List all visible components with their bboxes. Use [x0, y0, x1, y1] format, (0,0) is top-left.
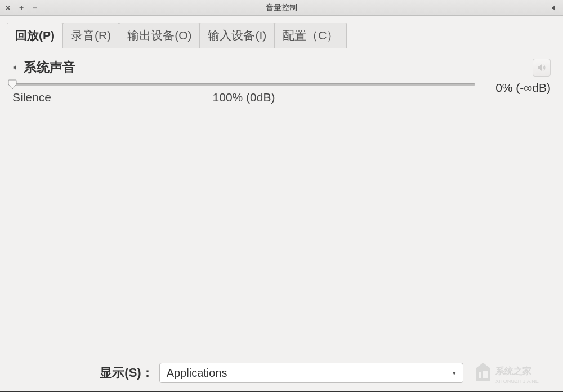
- slider-center-label: 100% (0dB): [213, 91, 275, 104]
- show-label: 显示(S)：: [100, 364, 153, 381]
- tab-recording[interactable]: 录音(R): [62, 23, 119, 48]
- dropdown-value: Applications: [167, 367, 227, 380]
- slider-thumb[interactable]: [7, 79, 17, 90]
- tab-input-devices[interactable]: 输入设备(I): [199, 23, 275, 48]
- content-area: 系统声音 Silence 100% (0dB): [0, 48, 563, 358]
- stream-row: 系统声音 Silence 100% (0dB): [12, 59, 551, 105]
- stream-title-row: 系统声音: [12, 59, 475, 76]
- mute-button[interactable]: [533, 59, 551, 77]
- speaker-mute-icon: [537, 63, 547, 73]
- stream-name: 系统声音: [24, 59, 75, 76]
- window-controls: × + −: [3, 3, 39, 12]
- titlebar[interactable]: × + − 音量控制: [0, 0, 563, 16]
- stream-right: 0% (-∞dB): [483, 59, 551, 95]
- window-title: 音量控制: [266, 3, 297, 13]
- speaker-icon: [551, 3, 560, 12]
- chevron-down-icon: ▼: [452, 370, 457, 376]
- minimize-button[interactable]: −: [30, 3, 39, 12]
- volume-control-window: × + − 音量控制 回放(P) 录音(R) 输出设备(O) 输入设备(I) 配…: [0, 0, 563, 392]
- slider-min-label: Silence: [12, 91, 51, 104]
- close-button[interactable]: ×: [3, 3, 12, 12]
- volume-slider[interactable]: [12, 79, 475, 88]
- volume-readout: 0% (-∞dB): [495, 81, 551, 95]
- slider-track: [12, 83, 475, 86]
- tab-configuration[interactable]: 配置（C）: [274, 23, 347, 48]
- maximize-button[interactable]: +: [17, 3, 26, 12]
- tab-playback[interactable]: 回放(P): [7, 23, 63, 48]
- show-dropdown[interactable]: Applications ▼: [159, 363, 463, 383]
- speaker-icon: [12, 64, 20, 72]
- slider-labels: Silence 100% (0dB): [12, 91, 475, 105]
- titlebar-right: [551, 3, 560, 12]
- tab-bar: 回放(P) 录音(R) 输出设备(O) 输入设备(I) 配置（C）: [0, 16, 563, 48]
- tab-output-devices[interactable]: 输出设备(O): [119, 23, 200, 48]
- bottom-bar: 显示(S)： Applications ▼: [0, 358, 563, 391]
- stream-main: 系统声音 Silence 100% (0dB): [12, 59, 475, 105]
